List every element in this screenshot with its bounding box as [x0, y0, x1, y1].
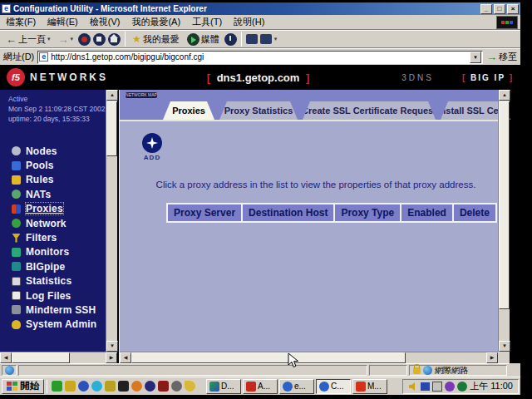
toolbar-separator	[241, 32, 242, 47]
quicklaunch-icon-7[interactable]	[131, 381, 142, 392]
quicklaunch-icon-5[interactable]	[105, 381, 116, 392]
scroll-right-icon[interactable]: ▶	[106, 352, 117, 363]
start-button[interactable]: 開始	[2, 379, 44, 394]
col-destination-host[interactable]: Destination Host	[241, 203, 335, 223]
sidebar-item-rules[interactable]: Rules	[0, 173, 106, 187]
sidebar-item-network[interactable]: Network	[0, 216, 106, 230]
scrollbar-thumb[interactable]	[106, 101, 117, 156]
scroll-up-icon[interactable]: ▲	[499, 90, 510, 101]
scroll-down-icon[interactable]: ▼	[499, 341, 510, 352]
sidebar-item-system-admin[interactable]: System Admin	[0, 318, 106, 332]
stop-button[interactable]	[78, 33, 91, 46]
scroll-down-icon[interactable]: ▼	[106, 341, 118, 352]
content-horizontal-scrollbar[interactable]: ◀ ▶	[120, 352, 498, 363]
sidebar-item-pools[interactable]: Pools	[0, 158, 106, 172]
sidebar-item-proxies[interactable]: Proxies	[0, 202, 106, 216]
sidebar-horizontal-scrollbar[interactable]: ◀ ▶	[0, 352, 117, 363]
home-button[interactable]	[108, 33, 121, 46]
menu-help[interactable]: 說明(H)	[228, 14, 270, 30]
menu-edit[interactable]: 編輯(E)	[42, 14, 84, 30]
sidebar-vertical-scrollbar[interactable]: ▲ ▼	[106, 90, 117, 352]
edit-dropdown-icon[interactable]: ▾	[274, 36, 278, 42]
quicklaunch-icon-3[interactable]	[78, 381, 89, 392]
col-proxy-server[interactable]: Proxy Server	[166, 203, 243, 223]
tab-proxy-statistics[interactable]: Proxy Statistics	[219, 101, 298, 120]
scrollbar-corner	[498, 352, 510, 363]
scrollbar-thumb[interactable]	[12, 352, 70, 363]
add-button[interactable]	[142, 133, 162, 153]
app-icon	[209, 382, 219, 392]
bracket-right: ]	[306, 71, 309, 84]
task-label: C...	[331, 382, 344, 391]
quicklaunch-icon-9[interactable]	[158, 381, 169, 392]
network-map-button[interactable]: NETWORK MAP	[126, 92, 157, 98]
scrollbar-thumb[interactable]	[131, 352, 406, 363]
quicklaunch-icon-10[interactable]	[171, 381, 182, 392]
sidebar-item-nodes[interactable]: Nodes	[0, 144, 106, 158]
scroll-left-icon[interactable]: ◀	[0, 352, 12, 363]
filters-icon	[12, 234, 21, 243]
menu-favorites[interactable]: 我的最愛(A)	[126, 14, 186, 30]
scroll-right-icon[interactable]: ▶	[486, 352, 498, 363]
quicklaunch-icon-6[interactable]	[118, 381, 129, 392]
sidebar-item-nats[interactable]: NATs	[0, 187, 106, 201]
col-enabled[interactable]: Enabled	[400, 203, 454, 223]
go-button[interactable]: → 移至	[486, 51, 517, 63]
speaker-icon[interactable]	[408, 382, 418, 392]
quicklaunch-icon-11[interactable]	[185, 381, 195, 392]
tray-network-icon[interactable]	[421, 382, 430, 391]
address-dropdown-icon[interactable]: ▾	[470, 52, 481, 63]
scroll-left-icon[interactable]: ◀	[120, 352, 131, 363]
task-button-2[interactable]: A...	[243, 379, 278, 394]
tray-app-icon-2[interactable]	[457, 382, 467, 392]
back-dropdown-icon[interactable]: ▾	[47, 36, 51, 42]
sidebar-item-mindterm-ssh[interactable]: Mindterm SSH	[0, 303, 106, 317]
refresh-button[interactable]	[93, 33, 106, 46]
col-delete[interactable]: Delete	[452, 203, 497, 223]
quicklaunch-icon-1[interactable]	[52, 381, 62, 392]
minimize-button[interactable]: _	[480, 4, 492, 14]
maximize-button[interactable]: □	[494, 4, 505, 14]
media-button[interactable]: 媒體	[185, 32, 222, 47]
sidebar-item-label: Monitors	[26, 246, 69, 258]
tab-proxies[interactable]: Proxies	[163, 101, 214, 120]
col-proxy-type[interactable]: Proxy Type	[333, 203, 401, 223]
menu-tools[interactable]: 工具(T)	[186, 14, 228, 30]
task-label: e...	[294, 382, 306, 391]
sidebar-item-monitors[interactable]: Monitors	[0, 245, 106, 259]
sidebar-item-bigpipe[interactable]: BIGpipe	[0, 259, 106, 273]
tray-app-icon-1[interactable]	[445, 382, 455, 392]
tab-create-ssl-certificate-request[interactable]: Create SSL Certificate Request	[303, 101, 436, 120]
ie-globe-icon	[5, 366, 14, 375]
sidebar-item-log-files[interactable]: Log Files	[0, 288, 106, 303]
forward-dropdown-icon[interactable]: ▾	[71, 36, 74, 42]
address-input[interactable]	[51, 52, 470, 62]
quicklaunch-icon-8[interactable]	[145, 381, 155, 392]
task-button-4-active[interactable]: C...	[316, 379, 351, 394]
sidebar-item-statistics[interactable]: Statistics	[0, 274, 106, 288]
print-button[interactable]	[260, 34, 272, 44]
quicklaunch-icon-4[interactable]	[91, 381, 102, 392]
task-button-3[interactable]: e...	[279, 379, 314, 394]
sidebar-item-filters[interactable]: Filters	[0, 230, 106, 244]
menu-file[interactable]: 檔案(F)	[0, 14, 42, 30]
forward-button[interactable]: → ▾	[56, 33, 76, 46]
menu-view[interactable]: 檢視(V)	[84, 14, 126, 30]
favorites-star-icon: ★	[132, 34, 141, 44]
scrollbar-thumb[interactable]	[499, 101, 510, 309]
favorites-button[interactable]: ★ 我的最愛	[130, 32, 182, 47]
back-button[interactable]: ← 上一頁 ▾	[3, 32, 53, 47]
content-vertical-scrollbar[interactable]: ▲ ▼	[498, 90, 510, 352]
scroll-up-icon[interactable]: ▲	[106, 90, 118, 101]
close-button[interactable]: ×	[507, 4, 519, 14]
tray-display-icon[interactable]	[432, 382, 442, 392]
forward-arrow-icon: →	[58, 34, 69, 45]
add-label: ADD	[140, 154, 165, 161]
task-button-1[interactable]: D...	[206, 379, 241, 394]
task-button-5[interactable]: M...	[352, 379, 387, 394]
taskbar-clock[interactable]: 上午 11:00	[470, 380, 513, 392]
history-button[interactable]	[224, 33, 237, 46]
mail-button[interactable]	[246, 34, 258, 44]
quicklaunch-icon-2[interactable]	[65, 381, 76, 392]
status-progress-pane	[369, 365, 407, 376]
